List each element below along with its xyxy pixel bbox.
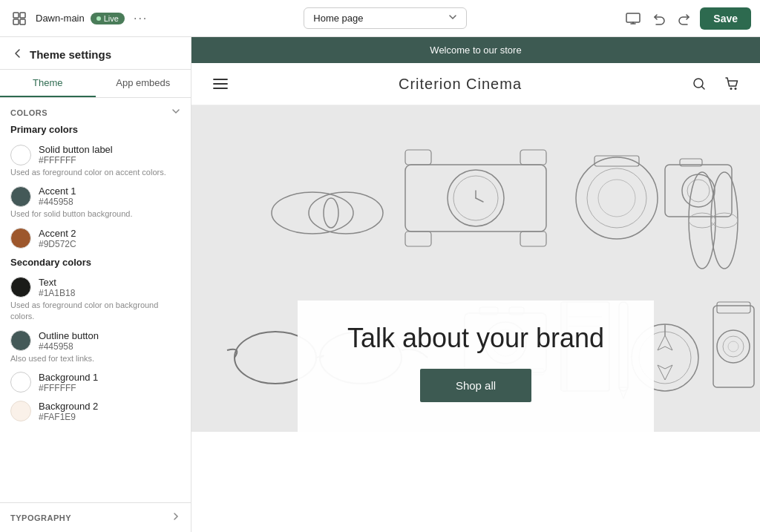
main-area: Theme settings Theme App embeds COLORS P…: [0, 37, 760, 532]
color-hex: #445958: [39, 341, 99, 352]
color-row: Background 1 #FFFFFF: [10, 372, 180, 393]
color-row: Accent 1 #445958: [10, 185, 180, 207]
color-name: Solid button label: [39, 144, 113, 155]
more-button[interactable]: ···: [134, 12, 148, 25]
page-select-dropdown[interactable]: Home page: [304, 7, 467, 29]
color-item-background-1: Background 1 #FFFFFF: [10, 372, 180, 393]
color-swatch-accent-1[interactable]: [10, 186, 31, 207]
redo-button[interactable]: [675, 9, 694, 28]
store-preview: Welcome to our store Criterion Cinema: [191, 37, 760, 532]
sidebar-header: Theme settings: [0, 37, 191, 70]
color-name: Background 2: [39, 401, 98, 412]
desktop-icon: [626, 13, 641, 24]
preview-area: Welcome to our store Criterion Cinema: [191, 37, 760, 532]
color-info: Background 2 #FAF1E9: [39, 401, 98, 422]
search-nav-button[interactable]: [689, 73, 710, 94]
cart-nav-button[interactable]: [721, 73, 742, 94]
color-hex: #1A1B18: [39, 288, 75, 298]
sidebar-tabs: Theme App embeds: [0, 70, 191, 98]
secondary-colors-label: Secondary colors: [10, 257, 180, 268]
color-row: Solid button label #FFFFFF: [10, 144, 180, 165]
colors-section-header[interactable]: COLORS: [10, 107, 180, 118]
grid-icon: [12, 11, 27, 26]
color-row: Text #1A1B18: [10, 277, 180, 298]
store-banner: Welcome to our store: [191, 37, 760, 63]
typography-chevron-icon: [171, 512, 180, 523]
sidebar-content: COLORS Primary colors Solid button label…: [0, 98, 191, 502]
color-item-accent-2: Accent 2 #9D572C: [10, 228, 180, 249]
tab-theme[interactable]: Theme: [0, 70, 96, 97]
color-item-outline-button: Outline button #445958 Also used for tex…: [10, 330, 180, 364]
back-icon: [12, 47, 24, 59]
color-hex: #445958: [39, 197, 76, 207]
undo-button[interactable]: [649, 9, 669, 28]
hamburger-icon: [212, 77, 229, 91]
typography-section-header[interactable]: TYPOGRAPHY: [0, 502, 191, 532]
hero-title: Talk about your brand: [327, 323, 624, 354]
color-name: Accent 2: [39, 228, 76, 239]
color-swatch-solid-button-label[interactable]: [10, 145, 31, 165]
color-desc: Also used for text links.: [10, 353, 180, 364]
color-item-text: Text #1A1B18 Used as foreground color on…: [10, 277, 180, 323]
topbar-left: Dawn-main Live ···: [9, 8, 148, 29]
shop-all-button[interactable]: Shop all: [420, 369, 531, 402]
back-button[interactable]: [12, 47, 24, 62]
typography-section-label: TYPOGRAPHY: [10, 513, 71, 522]
save-button[interactable]: Save: [700, 7, 751, 30]
color-swatch-accent-2[interactable]: [10, 228, 31, 249]
colors-collapse-icon: [171, 107, 180, 118]
color-name: Text: [39, 277, 75, 288]
cart-icon: [724, 76, 739, 91]
chevron-down-icon: [448, 13, 457, 24]
color-swatch-text[interactable]: [10, 277, 31, 298]
color-swatch-background-1[interactable]: [10, 372, 31, 393]
store-logo: Criterion Cinema: [399, 76, 522, 93]
color-info: Accent 2 #9D572C: [39, 228, 76, 249]
color-name: Outline button: [39, 330, 99, 341]
live-label: Live: [104, 14, 119, 23]
hero-overlay: Talk about your brand Shop all: [298, 301, 654, 432]
store-nav-icons: [689, 73, 742, 94]
color-hex: #FAF1E9: [39, 412, 98, 422]
color-hex: #9D572C: [39, 239, 76, 249]
svg-point-7: [735, 88, 737, 90]
svg-rect-3: [20, 19, 25, 24]
banner-text: Welcome to our store: [430, 45, 521, 56]
sidebar-title: Theme settings: [30, 48, 111, 61]
color-swatch-background-2[interactable]: [10, 401, 31, 421]
color-desc: Used as foreground color on background c…: [10, 300, 180, 323]
svg-rect-1: [20, 13, 25, 18]
live-badge: Live: [91, 13, 125, 24]
store-nav: Criterion Cinema: [191, 63, 760, 105]
svg-point-6: [730, 88, 733, 90]
desktop-view-button[interactable]: [623, 10, 643, 27]
color-hex: #FFFFFF: [39, 383, 98, 393]
grid-icon-button[interactable]: [9, 8, 30, 29]
color-info: Accent 1 #445958: [39, 185, 76, 207]
sidebar: Theme settings Theme App embeds COLORS P…: [0, 37, 191, 532]
color-desc: Used as foreground color on accent color…: [10, 167, 180, 178]
color-swatch-outline-button[interactable]: [10, 330, 31, 351]
color-name: Accent 1: [39, 185, 76, 197]
color-item-background-2: Background 2 #FAF1E9: [10, 401, 180, 422]
live-dot: [96, 16, 101, 21]
redo-icon: [678, 12, 691, 25]
topbar-center: Home page: [154, 7, 617, 29]
color-hex: #FFFFFF: [39, 155, 113, 165]
undo-icon: [652, 12, 666, 25]
svg-rect-4: [626, 13, 640, 22]
search-icon: [692, 76, 707, 91]
color-name: Background 1: [39, 372, 98, 383]
color-item-accent-1: Accent 1 #445958 Used for solid button b…: [10, 185, 180, 220]
color-info: Solid button label #FFFFFF: [39, 144, 113, 165]
tab-app-embeds[interactable]: App embeds: [96, 70, 191, 97]
svg-rect-2: [13, 19, 19, 24]
topbar: Dawn-main Live ··· Home page: [0, 0, 760, 37]
color-info: Text #1A1B18: [39, 277, 75, 298]
color-info: Outline button #445958: [39, 330, 99, 352]
hero-section: Talk about your brand Shop all: [191, 105, 760, 432]
site-name: Dawn-main: [36, 13, 85, 24]
color-row: Outline button #445958: [10, 330, 180, 352]
color-desc: Used for solid button background.: [10, 208, 180, 220]
nav-menu-icon[interactable]: [209, 74, 232, 93]
